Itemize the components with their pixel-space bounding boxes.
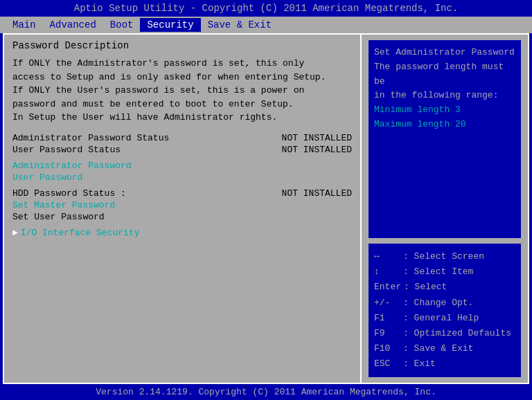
menu-item-save_exit[interactable]: Save & Exit <box>201 18 278 32</box>
nav-desc: : Select Item <box>403 264 473 280</box>
nav-desc: : Save & Exit <box>403 341 473 356</box>
right-panel: Set Administrator PasswordThe password l… <box>362 35 528 383</box>
nav-key: +/- <box>374 296 400 311</box>
nav-desc: : General Help <box>403 311 479 326</box>
nav-key: Enter <box>374 280 401 295</box>
user-password-label: User Password Status <box>12 145 121 155</box>
main-content: Password Description If ONLY the Adminis… <box>3 33 529 384</box>
help-line: The password length must be <box>374 60 515 89</box>
nav-item: F9: Optimized Defaults <box>374 326 515 341</box>
nav-key: F9 <box>374 326 400 341</box>
menu-item-security[interactable]: Security <box>140 18 200 32</box>
nav-item: F10: Save & Exit <box>374 341 515 356</box>
nav-key: F10 <box>374 341 400 356</box>
help-line: Set Administrator Password <box>374 46 515 60</box>
admin-password-status-row: Administrator Password Status NOT INSTAL… <box>12 133 352 143</box>
menu-item-boot[interactable]: Boot <box>103 18 141 32</box>
nav-key: ↔ <box>374 249 400 264</box>
help-line: in the following range: <box>374 89 515 103</box>
nav-box: ↔: Select Screen↕: Select ItemEnter: Sel… <box>369 244 521 377</box>
nav-desc: : Select Screen <box>403 249 484 264</box>
title-bar: Aptio Setup Utility - Copyright (C) 2011… <box>0 0 532 17</box>
help-box: Set Administrator PasswordThe password l… <box>369 40 521 238</box>
hdd-password-status-row: HDD Password Status : NOT INSTALLED <box>12 188 352 199</box>
footer-text: Version 2.14.1219. Copyright (C) 2011 Am… <box>96 387 436 397</box>
nav-key: ESC <box>374 356 400 372</box>
nav-desc: : Select <box>404 280 447 295</box>
footer: Version 2.14.1219. Copyright (C) 2011 Am… <box>0 384 532 400</box>
io-label: I/O Interface Security <box>21 228 140 238</box>
arrow-icon: ► <box>12 228 18 238</box>
help-line: Maximum length 20 <box>374 118 515 132</box>
user-password-link[interactable]: User Password <box>12 172 352 183</box>
nav-item: +/-: Change Opt. <box>374 296 515 311</box>
nav-item: ↔: Select Screen <box>374 249 515 264</box>
user-password-value: NOT INSTALLED <box>282 145 352 155</box>
app-container: Aptio Setup Utility - Copyright (C) 2011… <box>0 0 532 400</box>
set-user-password-item: Set User Password <box>12 212 352 222</box>
menu-item-advanced[interactable]: Advanced <box>43 18 103 32</box>
title-text: Aptio Setup Utility - Copyright (C) 2011… <box>74 3 459 14</box>
nav-key: ↕ <box>374 264 400 280</box>
nav-desc: : Exit <box>403 356 436 372</box>
nav-item: F1: General Help <box>374 311 515 326</box>
nav-item: ESC: Exit <box>374 356 515 372</box>
help-line: Minimum length 3 <box>374 103 515 118</box>
admin-password-value: NOT INSTALLED <box>282 133 352 143</box>
user-password-status-row: User Password Status NOT INSTALLED <box>12 145 352 155</box>
nav-key: F1 <box>374 311 400 326</box>
description-text: If ONLY the Administrator's password is … <box>12 57 352 125</box>
admin-password-label: Administrator Password Status <box>12 133 169 143</box>
nav-desc: : Change Opt. <box>403 296 473 311</box>
nav-desc: : Optimized Defaults <box>403 326 511 341</box>
left-panel: Password Description If ONLY the Adminis… <box>4 35 362 383</box>
hdd-password-label: HDD Password Status : <box>12 188 126 199</box>
nav-item: Enter: Select <box>374 280 515 295</box>
menu-item-main[interactable]: Main <box>6 18 43 32</box>
menu-bar: MainAdvancedBootSecuritySave & Exit <box>0 17 532 33</box>
set-master-password-link[interactable]: Set Master Password <box>12 200 352 210</box>
section-title: Password Description <box>12 40 352 51</box>
hdd-password-value: NOT INSTALLED <box>282 188 352 199</box>
administrator-password-link[interactable]: Administrator Password <box>12 161 352 171</box>
io-interface-security-link[interactable]: ► I/O Interface Security <box>12 228 352 238</box>
nav-item: ↕: Select Item <box>374 264 515 280</box>
